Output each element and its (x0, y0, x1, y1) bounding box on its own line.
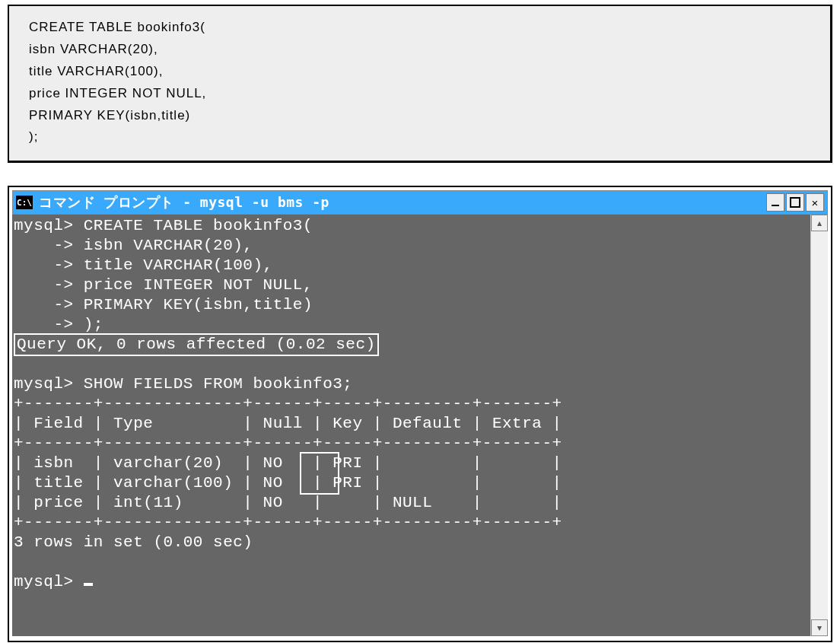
prompt: mysql> (14, 573, 84, 590)
minimize-button[interactable] (766, 193, 784, 212)
term-line: 3 rows in set (0.00 sec) (14, 533, 253, 551)
code-line: CREATE TABLE bookinfo3( (29, 17, 810, 39)
close-button[interactable]: × (806, 193, 824, 212)
table-border: +-------+--------------+------+-----+---… (14, 514, 562, 531)
code-line: price INTEGER NOT NULL, (29, 83, 810, 105)
table-header: | Field | Type | Null | Key | Default | … (14, 415, 562, 432)
term-line: -> isbn VARCHAR(20), (14, 237, 253, 254)
cursor (84, 583, 93, 586)
window-buttons: × (766, 193, 824, 212)
term-line: -> ); (14, 316, 103, 333)
table-row: | isbn | varchar(20) | NO | PRI | | | (14, 454, 562, 472)
cmd-icon: C:\ (16, 196, 33, 209)
table-row: | price | int(11) | NO | | NULL | | (14, 494, 562, 511)
term-line: mysql> CREATE TABLE bookinfo3( (14, 217, 313, 234)
scroll-down-button[interactable]: ▾ (811, 619, 828, 636)
table-row: | title | varchar(100) | NO | PRI | | | (14, 474, 562, 492)
term-line: mysql> SHOW FIELDS FROM bookinfo3; (14, 375, 352, 393)
window-title: コマンド プロンプト - mysql -u bms -p (39, 193, 766, 212)
term-line: -> PRIMARY KEY(isbn,title) (14, 296, 313, 314)
code-line: isbn VARCHAR(20), (29, 39, 810, 61)
table-border: +-------+--------------+------+-----+---… (14, 395, 562, 412)
term-line: -> title VARCHAR(100), (14, 256, 273, 274)
term-line: -> price INTEGER NOT NULL, (14, 276, 313, 294)
code-line: ); (29, 126, 810, 148)
query-ok-highlight: Query OK, 0 rows affected (0.02 sec) (14, 333, 379, 356)
maximize-button[interactable] (786, 193, 804, 212)
sql-code-panel: CREATE TABLE bookinfo3( isbn VARCHAR(20)… (8, 5, 832, 163)
code-line: PRIMARY KEY(isbn,title) (29, 105, 810, 127)
code-line: title VARCHAR(100), (29, 61, 810, 83)
scroll-up-button[interactable]: ▴ (811, 215, 828, 231)
table-border: +-------+--------------+------+-----+---… (14, 435, 562, 452)
terminal-window: C:\ コマンド プロンプト - mysql -u bms -p × mysql… (8, 186, 832, 642)
scrollbar[interactable]: ▴ ▾ (810, 215, 828, 636)
titlebar: C:\ コマンド プロンプト - mysql -u bms -p × (12, 190, 828, 215)
terminal-body[interactable]: mysql> CREATE TABLE bookinfo3( -> isbn V… (12, 215, 810, 636)
